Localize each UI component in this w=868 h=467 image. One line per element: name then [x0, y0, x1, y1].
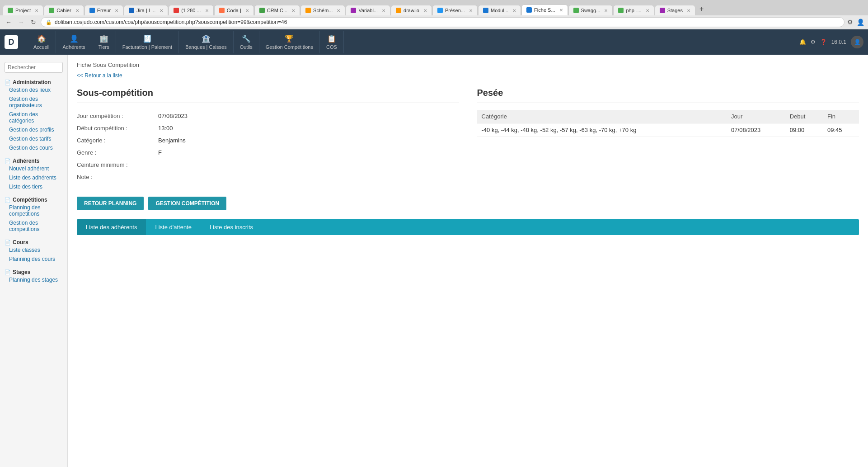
pesee-title: Pesée: [477, 88, 859, 103]
version-label: 16.0.1: [831, 39, 846, 45]
field-row: Ceinture minimum :: [77, 159, 459, 171]
extensions-icon[interactable]: ⚙: [847, 19, 853, 26]
sidebar-section: 📄 AdhérentsNouvel adhérentListe des adhé…: [0, 154, 67, 193]
field-row: Début compétition :13:00: [77, 122, 459, 134]
app-header: D 🏠Accueil👤Adhérents🏢Tiers🧾Facturation |…: [0, 29, 868, 55]
nav-label: Facturation | Paiement: [122, 44, 172, 50]
field-label: Début compétition :: [77, 125, 158, 132]
sidebar-link[interactable]: Nouvel adhérent: [5, 164, 63, 173]
profile-icon[interactable]: 👤: [857, 19, 864, 26]
help-icon[interactable]: ❓: [820, 39, 827, 45]
browser-tab[interactable]: Swagg...✕: [568, 5, 613, 15]
new-tab-button[interactable]: +: [696, 3, 707, 15]
nav-item-gestion-compétitions[interactable]: 🏆Gestion Compétitions: [259, 31, 320, 53]
nav-item-adhérents[interactable]: 👤Adhérents: [56, 31, 92, 53]
sidebar-link[interactable]: Gestion des lieux: [5, 85, 63, 94]
sidebar-link[interactable]: Liste des adhérents: [5, 173, 63, 182]
gestion-competition-button[interactable]: GESTION COMPÉTITION: [148, 197, 226, 210]
right-column: Pesée CatégorieJourDebutFin -40 kg, -44 …: [477, 88, 859, 183]
nav-icon: 🏆: [285, 34, 294, 43]
pesee-column-header: Debut: [785, 110, 823, 123]
browser-tab[interactable]: draw.io✕: [391, 5, 432, 15]
nav-label: Gestion Compétitions: [266, 44, 313, 50]
browser-tab[interactable]: php -...✕: [613, 5, 654, 15]
pesee-table: CatégorieJourDebutFin -40 kg, -44 kg, -4…: [477, 110, 859, 137]
content-tab[interactable]: Liste des inscrits: [201, 219, 262, 235]
nav-item-accueil[interactable]: 🏠Accueil: [27, 31, 56, 53]
field-row: Catégorie :Benjamins: [77, 134, 459, 146]
browser-tab[interactable]: Jira | L...✕: [124, 5, 168, 15]
address-bar[interactable]: 🔒 dolibarr.cosjudo.com/custom/cos/php/so…: [41, 17, 845, 27]
pesee-cell: 09:45: [823, 123, 859, 137]
field-label: Jour compétition :: [77, 113, 158, 119]
main-content: Fiche Sous Competition << Retour a la li…: [68, 55, 868, 467]
pesee-column-header: Jour: [727, 110, 785, 123]
browser-tab[interactable]: Project✕: [3, 5, 43, 15]
nav-label: Tiers: [99, 44, 109, 50]
browser-tab[interactable]: CRM C...✕: [254, 5, 300, 15]
retour-planning-button[interactable]: RETOUR PLANNING: [77, 197, 144, 210]
browser-tab[interactable]: Erreur✕: [84, 5, 124, 15]
nav-label: Outils: [240, 44, 253, 50]
sidebar-section-title: 📄 Adhérents: [5, 158, 63, 164]
sidebar-link[interactable]: Planning des cours: [5, 255, 63, 264]
nav-item-banques-|-caisses[interactable]: 🏦Banques | Caisses: [179, 31, 234, 53]
sidebar-link[interactable]: Gestion des profils: [5, 125, 63, 134]
breadcrumb: Fiche Sous Competition: [77, 61, 859, 68]
browser-tab[interactable]: Présen...✕: [432, 5, 478, 15]
app-logo[interactable]: D: [5, 35, 18, 49]
browser-tab[interactable]: Variabl...✕: [346, 5, 390, 15]
forward-button[interactable]: →: [16, 18, 26, 27]
sidebar-link[interactable]: Gestion des cours: [5, 143, 63, 152]
browser-tab[interactable]: Schém...✕: [300, 5, 345, 15]
notifications-icon[interactable]: 🔔: [799, 39, 806, 45]
back-link[interactable]: << Retour a la liste: [77, 72, 122, 79]
doc-icon: 📄: [5, 158, 11, 164]
url-text: dolibarr.cosjudo.com/custom/cos/php/sous…: [55, 19, 840, 25]
pesee-cell: 07/08/2023: [727, 123, 785, 137]
reload-button[interactable]: ↻: [29, 18, 38, 27]
back-button[interactable]: ←: [4, 18, 14, 27]
sidebar-link[interactable]: Gestion des catégories: [5, 110, 63, 125]
sidebar-link[interactable]: Liste classes: [5, 245, 63, 255]
search-input[interactable]: [5, 62, 63, 73]
field-label: Ceinture minimum :: [77, 161, 158, 168]
nav-label: Banques | Caisses: [185, 44, 227, 50]
browser-tab[interactable]: Stages✕: [655, 5, 695, 15]
nav-item-outils[interactable]: 🔧Outils: [234, 31, 259, 53]
pesee-cell: -40 kg, -44 kg, -48 kg, -52 kg, -57 kg, …: [477, 123, 727, 137]
doc-icon: 📄: [5, 269, 11, 275]
browser-tab[interactable]: Coda |✕: [214, 5, 254, 15]
app-body: 📄 AdministrationGestion des lieuxGestion…: [0, 55, 868, 467]
field-value: F: [158, 149, 162, 156]
pesee-cell: 09:00: [785, 123, 823, 137]
sidebar-link[interactable]: Planning des competitions: [5, 203, 63, 218]
browser-tab[interactable]: (1 280 ...✕: [169, 5, 213, 15]
field-value: 07/08/2023: [158, 113, 188, 119]
action-buttons: RETOUR PLANNINGGESTION COMPÉTITION: [77, 197, 859, 210]
field-label: Catégorie :: [77, 137, 158, 144]
browser-tab[interactable]: Cahier✕: [44, 5, 84, 15]
sidebar-link[interactable]: Gestion des tarifs: [5, 134, 63, 143]
sidebar-link[interactable]: Gestion des organisateurs: [5, 94, 63, 110]
sidebar-link[interactable]: Gestion des competitions: [5, 218, 63, 234]
browser-tab[interactable]: Fiche S...✕: [521, 5, 568, 15]
settings-icon[interactable]: ⚙: [811, 39, 816, 45]
sidebar-section-title: 📄 Cours: [5, 239, 63, 245]
field-label: Genre :: [77, 149, 158, 156]
nav-icon: 👤: [70, 34, 79, 43]
field-value: Benjamins: [158, 137, 186, 144]
nav-label: COS: [326, 44, 337, 50]
field-value: 13:00: [158, 125, 173, 132]
sidebar-link[interactable]: Planning des stages: [5, 275, 63, 284]
nav-item-cos[interactable]: 📋COS: [320, 31, 344, 53]
nav-item-facturation-|-paiement[interactable]: 🧾Facturation | Paiement: [116, 31, 179, 53]
user-avatar[interactable]: 👤: [851, 36, 863, 48]
content-tab[interactable]: Liste des adhérents: [77, 219, 146, 235]
content-tab[interactable]: Liste d'attente: [146, 219, 201, 235]
sidebar-link[interactable]: Liste des tiers: [5, 182, 63, 191]
doc-icon: 📄: [5, 240, 11, 245]
sidebar-section: 📄 CompétitionsPlanning des competitionsG…: [0, 193, 67, 236]
browser-tab[interactable]: Modul...✕: [478, 5, 521, 15]
nav-item-tiers[interactable]: 🏢Tiers: [92, 31, 116, 53]
